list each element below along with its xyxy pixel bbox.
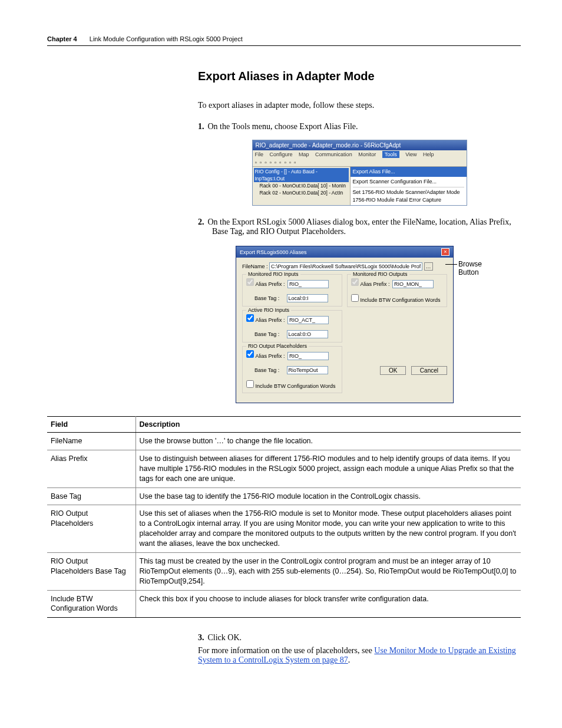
chapter-label: Chapter 4 <box>47 35 77 42</box>
menu-export-alias-file[interactable]: Export Alias File... <box>351 167 467 177</box>
export-aliases-dialog: Export RSLogix5000 Aliases × FileName : … <box>236 246 454 403</box>
menu-file[interactable]: File <box>255 151 264 157</box>
filename-field[interactable] <box>269 262 422 271</box>
th-description: Description <box>135 417 521 433</box>
step-3-text: Click OK. <box>208 633 242 642</box>
ph-base-label: Base Tag : <box>254 367 285 373</box>
menu-set-scanner-adapter-mode[interactable]: Set 1756-RIO Module Scanner/Adapter Mode <box>353 189 460 195</box>
table-row: Alias PrefixUse to distinguish between a… <box>47 450 521 487</box>
act-in-alias-field[interactable] <box>287 316 329 324</box>
ph-btw-checkbox[interactable] <box>246 380 254 388</box>
tools-dropdown: Export Alias File... Export Scanner Conf… <box>350 167 467 205</box>
table-row: Base TagUse the base tag to identify the… <box>47 487 521 505</box>
mon-in-checkbox[interactable] <box>246 278 254 286</box>
field-description-table: Field Description FileNameUse the browse… <box>47 416 521 618</box>
mon-out-checkbox[interactable] <box>351 278 359 286</box>
browse-annotation: BrowseButton <box>458 260 488 276</box>
menu-communication[interactable]: Communication <box>315 151 352 157</box>
ok-button[interactable]: OK <box>380 366 406 375</box>
tree-rack-02[interactable]: Rack 02 - MonOut:I0.Data[ 20] - ActIn <box>254 189 349 196</box>
group-output-placeholders: RIO Output Placeholders <box>246 343 309 349</box>
menu-help[interactable]: Help <box>423 151 434 157</box>
ph-alias-label: Alias Prefix : <box>256 353 286 359</box>
mon-in-base-label: Base Tag : <box>254 295 285 301</box>
step-3-num: 3. <box>198 633 204 642</box>
app-titlebar: RIO_adapter_mode - Adapter_mode.rio - 56… <box>253 140 467 150</box>
table-row: FileNameUse the browse button '…' to cha… <box>47 433 521 450</box>
ph-base-field[interactable] <box>287 366 328 374</box>
mon-in-alias-label: Alias Prefix : <box>256 281 286 287</box>
more-info: For more information on the use of place… <box>198 646 521 665</box>
act-in-base-label: Base Tag : <box>254 331 285 337</box>
section-intro: To export aliases in adapter mode, follo… <box>198 101 521 110</box>
menu-view[interactable]: View <box>405 151 416 157</box>
table-row: RIO Output PlaceholdersUse this set of a… <box>47 505 521 553</box>
menu-configure[interactable]: Configure <box>270 151 293 157</box>
cancel-button[interactable]: Cancel <box>411 366 447 375</box>
step-2-text: On the Export RSLogix 5000 Aliases dialo… <box>208 218 511 236</box>
tree-rack-00[interactable]: Rack 00 - MonOut:I0.Data[ 10] - MonIn <box>254 182 349 189</box>
browse-button[interactable]: … <box>424 262 433 271</box>
step-2-num: 2. <box>198 218 204 226</box>
mon-out-alias-label: Alias Prefix : <box>361 281 391 287</box>
tree-root[interactable]: RIO Config - [] - Auto Baud - InpTags:I.… <box>254 168 349 182</box>
th-field: Field <box>47 417 135 433</box>
act-in-checkbox[interactable] <box>246 314 254 322</box>
close-icon[interactable]: × <box>441 248 449 256</box>
menu-export-scanner-config[interactable]: Export Scanner Configuration File... <box>353 179 437 185</box>
chapter-title: Link Module Configuration with RSLogix 5… <box>90 35 243 42</box>
mon-in-alias-field[interactable] <box>287 280 329 288</box>
act-in-alias-label: Alias Prefix : <box>256 317 286 323</box>
app-menubar: File Configure Map Communication Monitor… <box>253 150 467 159</box>
app-toolbar: ▫ ▫ ▫ ▫ ▫ ▫ ▫ ▫ ▫ <box>253 159 467 167</box>
table-row: Include BTW Configuration WordsCheck thi… <box>47 590 521 618</box>
step-1-num: 1. <box>198 122 204 131</box>
tools-menu-screenshot: RIO_adapter_mode - Adapter_mode.rio - 56… <box>252 140 467 206</box>
act-in-base-field[interactable] <box>287 330 328 338</box>
dialog-title: Export RSLogix5000 Aliases <box>240 249 307 255</box>
mon-out-btw-label: Include BTW Configuration Words <box>361 297 441 303</box>
menu-map[interactable]: Map <box>299 151 309 157</box>
section-heading: Export Aliases in Adapter Mode <box>198 70 521 83</box>
step-2: 2.On the Export RSLogix 5000 Aliases dia… <box>198 218 521 236</box>
mon-in-base-field[interactable] <box>287 294 328 302</box>
menu-monitor[interactable]: Monitor <box>358 151 376 157</box>
ph-checkbox[interactable] <box>246 350 254 358</box>
group-monitored-inputs: Monitored RIO Inputs <box>246 271 300 277</box>
filename-label: FileName : <box>242 263 268 269</box>
group-monitored-outputs: Monitored RIO Outputs <box>351 271 409 277</box>
ph-alias-field[interactable] <box>287 352 329 360</box>
ph-btw-label: Include BTW Configuration Words <box>256 383 336 389</box>
config-tree: RIO Config - [] - Auto Baud - InpTags:I.… <box>253 167 350 205</box>
step-3: 3.Click OK. <box>198 633 521 643</box>
mon-out-alias-field[interactable] <box>392 280 434 288</box>
menu-tools[interactable]: Tools <box>382 151 399 158</box>
group-active-inputs: Active RIO Inputs <box>246 307 291 313</box>
page-header: Chapter 4 Link Module Configuration with… <box>47 35 521 42</box>
annotation-leader-line <box>445 264 457 265</box>
menu-fatal-error-capture[interactable]: 1756-RIO Module Fatal Error Capture <box>353 197 442 203</box>
step-1: 1.On the Tools menu, choose Export Alias… <box>198 122 521 131</box>
mon-out-btw-checkbox[interactable] <box>351 294 359 302</box>
step-1-text: On the Tools menu, choose Export Alias F… <box>208 122 358 131</box>
table-row: RIO Output Placeholders Base TagThis tag… <box>47 552 521 590</box>
